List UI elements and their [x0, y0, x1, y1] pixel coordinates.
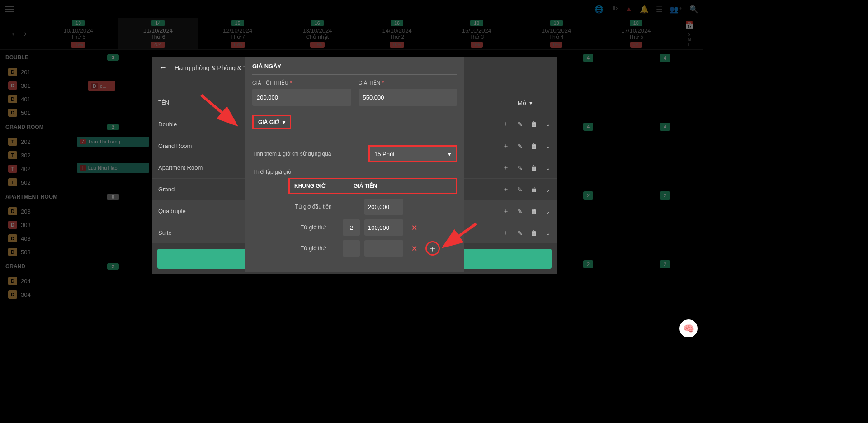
extra-hour-label: Tính thêm 1 giờ khi sử dụng quá — [252, 151, 363, 157]
chevron-down-icon[interactable]: ⌄ — [545, 120, 551, 128]
min-price-label: GIÁ TỐI THIỂU * — [252, 80, 351, 86]
hour-row-label: Từ giờ thứ — [288, 224, 338, 231]
delete-icon[interactable]: 🗑 — [531, 229, 537, 237]
add-icon[interactable]: ＋ — [503, 207, 509, 215]
hour-price-row: Từ giờ thứ ✕＋ — [288, 240, 457, 257]
back-arrow-icon[interactable]: ← — [159, 63, 167, 72]
chevron-down-icon[interactable]: ⌄ — [545, 208, 551, 215]
edit-icon[interactable]: ✎ — [517, 143, 523, 150]
chevron-down-icon[interactable]: ⌄ — [545, 186, 551, 193]
edit-icon[interactable]: ✎ — [517, 120, 523, 128]
delete-icon[interactable]: 🗑 — [531, 186, 537, 193]
hour-setup-label: Thiết lập giá giờ — [252, 169, 457, 175]
hour-row-label: Từ giờ thứ — [288, 245, 338, 252]
hour-price-toggle[interactable]: GIÁ GIỜ ▾ — [252, 115, 291, 129]
hour-price-input[interactable] — [364, 199, 403, 215]
chevron-down-icon: ▾ — [448, 151, 451, 157]
delete-icon[interactable]: 🗑 — [531, 164, 537, 171]
assistant-button[interactable]: 🧠 — [679, 319, 698, 337]
add-icon[interactable]: ＋ — [503, 142, 509, 150]
panel-title: Hạng phòng & Phòng & T — [175, 64, 247, 71]
add-icon[interactable]: ＋ — [503, 229, 509, 237]
remove-row-icon[interactable]: ✕ — [411, 244, 417, 253]
status-dropdown[interactable]: Mở ▾ — [518, 100, 533, 106]
min-price-input[interactable] — [252, 89, 351, 106]
remove-row-icon[interactable]: ✕ — [411, 223, 417, 232]
chevron-down-icon: ▾ — [283, 119, 285, 125]
add-icon[interactable]: ＋ — [503, 185, 509, 194]
hour-price-input[interactable] — [364, 219, 403, 236]
price-table-header: KHUNG GIỜ GIÁ TIỀN — [288, 178, 457, 194]
add-icon[interactable]: ＋ — [503, 120, 509, 128]
edit-icon[interactable]: ✎ — [517, 229, 523, 237]
price-input[interactable] — [359, 89, 458, 106]
day-price-title: GIÁ NGÀY — [252, 63, 457, 75]
hour-number-input[interactable] — [343, 219, 360, 236]
chevron-down-icon[interactable]: ⌄ — [545, 164, 551, 171]
price-label: GIÁ TIỀN * — [359, 80, 458, 86]
chevron-down-icon[interactable]: ⌄ — [545, 143, 551, 150]
delete-icon[interactable]: 🗑 — [531, 143, 537, 150]
delete-icon[interactable]: 🗑 — [531, 208, 537, 215]
price-config-panel: GIÁ NGÀY GIÁ TỐI THIỂU * GIÁ TIỀN * GIÁ … — [245, 57, 464, 272]
hour-price-input[interactable] — [364, 240, 403, 257]
hour-number-input[interactable] — [343, 240, 360, 257]
hour-row-label: Từ giờ đầu tiên — [288, 204, 338, 210]
hour-price-row: Từ giờ đầu tiên — [288, 199, 457, 215]
brain-icon: 🧠 — [683, 323, 694, 334]
add-row-button[interactable]: ＋ — [425, 241, 440, 256]
delete-icon[interactable]: 🗑 — [531, 120, 537, 128]
chevron-down-icon[interactable]: ⌄ — [545, 229, 551, 237]
extra-minutes-select[interactable]: 15 Phút▾ — [368, 145, 457, 162]
edit-icon[interactable]: ✎ — [517, 208, 523, 215]
edit-icon[interactable]: ✎ — [517, 186, 523, 193]
add-icon[interactable]: ＋ — [503, 164, 509, 172]
edit-icon[interactable]: ✎ — [517, 164, 523, 171]
hour-price-row: Từ giờ thứ ✕ — [288, 219, 457, 236]
